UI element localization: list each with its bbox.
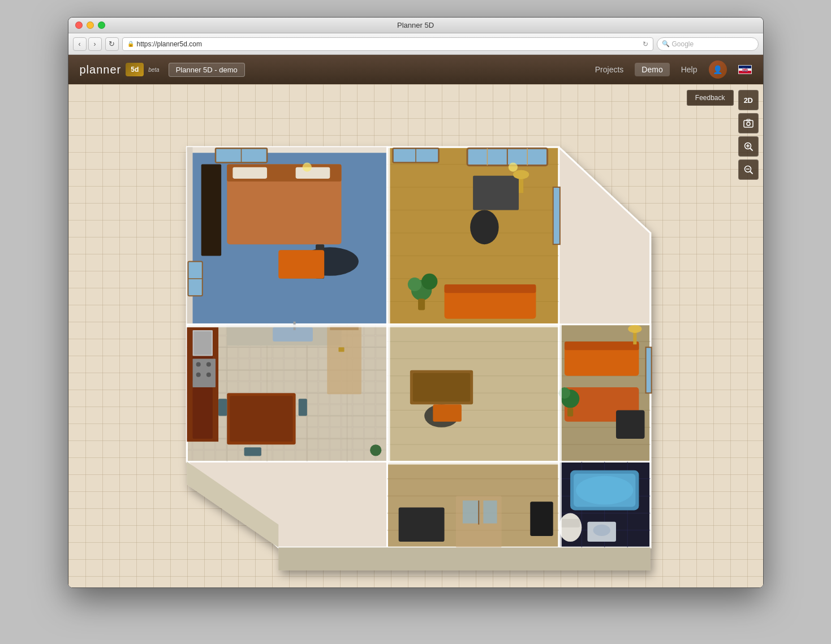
svg-point-71 [206,362,210,367]
svg-rect-140 [483,500,497,523]
svg-rect-143 [530,502,553,536]
language-flag[interactable]: 🇬🇧 [738,65,752,74]
main-viewport: Feedback 2D [68,84,763,587]
svg-rect-75 [273,327,313,342]
nav-help[interactable]: Help [681,65,697,74]
svg-rect-30 [278,250,324,279]
svg-point-132 [593,525,610,536]
svg-point-72 [196,373,200,377]
nav-projects[interactable]: Projects [595,65,624,74]
svg-rect-80 [298,399,307,416]
svg-marker-145 [278,547,650,570]
logo-area: planner 5d beta [80,63,160,76]
tools-panel: 2D [738,90,759,180]
svg-rect-117 [645,347,651,393]
svg-rect-83 [327,326,361,394]
window-title: Planner 5D [397,21,434,29]
svg-rect-150 [387,462,558,465]
search-bar[interactable]: 🔍 Google [657,37,759,51]
svg-rect-111 [615,410,644,439]
svg-rect-52 [444,284,536,293]
svg-line-4 [750,149,752,151]
minimize-button[interactable] [87,21,94,29]
lock-icon: 🔒 [127,41,134,47]
svg-rect-147 [187,325,558,327]
svg-point-157 [302,163,311,172]
browser-window: Planner 5D ‹ › ↻ 🔒 https://planner5d.com… [68,17,764,588]
svg-point-50 [513,170,528,179]
svg-point-116 [628,325,641,333]
svg-rect-130 [560,519,579,528]
svg-rect-25 [232,167,267,179]
svg-point-158 [508,163,517,172]
svg-rect-109 [564,342,638,350]
app-header: planner 5d beta Planner 5D - demo Projec… [68,55,763,84]
svg-rect-149 [558,325,561,547]
refresh-icon: ↻ [643,40,648,48]
user-avatar[interactable]: 👤 [709,60,727,79]
search-icon: 🔍 [662,40,670,47]
svg-point-128 [576,476,633,505]
browser-toolbar: ‹ › ↻ 🔒 https://planner5d.com ↻ 🔍 Google [68,33,763,55]
back-button[interactable]: ‹ [73,37,87,51]
zoom-out-button[interactable] [738,159,759,180]
forward-button[interactable]: › [88,37,102,51]
svg-rect-79 [218,399,227,416]
svg-point-47 [421,274,437,289]
svg-rect-84 [338,347,344,352]
svg-rect-146 [387,147,390,325]
maximize-button[interactable] [98,21,105,29]
svg-rect-48 [418,299,425,310]
svg-rect-95 [412,373,470,402]
svg-rect-114 [567,408,573,416]
nav-buttons: ‹ › [73,37,102,51]
svg-rect-53 [553,187,559,244]
svg-rect-78 [230,396,292,442]
svg-rect-26 [295,167,330,179]
reload-button[interactable]: ↻ [105,37,119,51]
svg-point-44 [470,210,499,245]
svg-point-85 [370,444,381,456]
beta-tag: beta [148,67,159,73]
address-bar[interactable]: 🔒 https://planner5d.com ↻ [122,37,653,51]
search-placeholder: Google [672,40,694,48]
screenshot-button[interactable] [738,113,759,133]
svg-rect-148 [387,325,390,462]
svg-rect-81 [244,447,261,456]
header-nav: Projects Demo Help 👤 🇬🇧 [595,60,752,79]
svg-marker-22 [187,147,192,325]
svg-line-8 [750,172,752,174]
window-controls [75,21,105,29]
svg-point-70 [196,362,200,367]
svg-point-1 [747,122,750,126]
svg-rect-139 [462,500,479,523]
svg-rect-43 [473,176,519,210]
logo-text: planner [80,63,122,76]
floor-plan-scene [68,84,763,587]
zoom-in-button[interactable] [738,136,759,157]
svg-rect-66 [192,387,212,439]
svg-point-73 [206,373,210,377]
svg-rect-68 [193,331,211,355]
svg-rect-69 [192,358,215,387]
logo-box: 5d [126,63,144,76]
feedback-button[interactable]: Feedback [687,90,734,106]
svg-point-46 [407,278,421,291]
svg-rect-97 [433,404,462,421]
svg-rect-0 [744,120,753,127]
nav-demo[interactable]: Demo [635,63,669,76]
close-button[interactable] [75,21,83,29]
view-2d-button[interactable]: 2D [738,90,759,110]
project-name[interactable]: Planner 5D - demo [169,63,245,77]
title-bar: Planner 5D [68,18,763,33]
svg-rect-142 [398,507,444,542]
url-text: https://planner5d.com [137,40,202,48]
svg-rect-27 [201,165,221,256]
